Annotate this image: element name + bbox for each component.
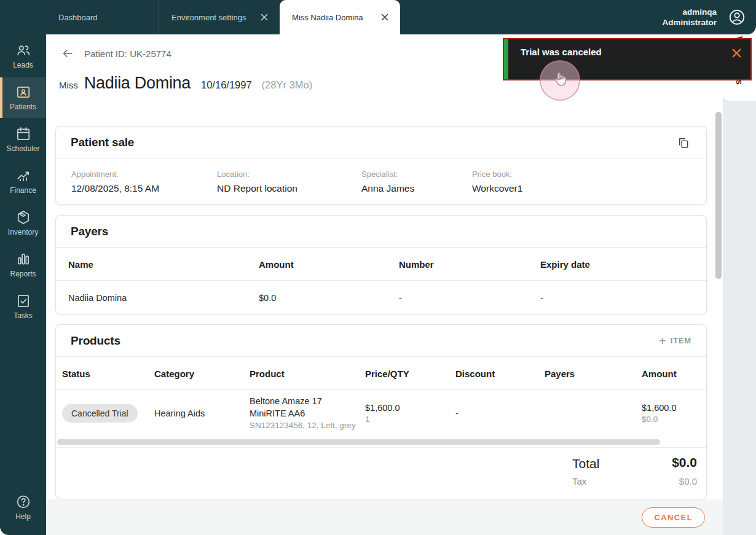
horizontal-scrollbar[interactable]	[57, 439, 660, 445]
product-price: $1,600.0	[365, 403, 400, 413]
add-item-button[interactable]: + ITEM	[659, 335, 691, 346]
column-header: Expiry date	[540, 259, 590, 269]
field-value: 12/08/2025, 8:15 AM	[71, 183, 159, 194]
plus-icon: +	[659, 335, 666, 346]
sidebar-item-tasks[interactable]: Tasks	[0, 286, 46, 327]
back-arrow-icon[interactable]	[60, 45, 76, 61]
tasks-icon	[15, 293, 31, 309]
tab-miss-nadiia-domina[interactable]: Miss Nadiia Domina	[280, 0, 400, 34]
help-icon	[15, 494, 31, 510]
sidebar-item-label: Inventory	[8, 228, 38, 236]
payer-expiry: -	[540, 293, 543, 303]
reports-icon	[15, 251, 31, 267]
product-amount: $1,600.0	[642, 403, 676, 413]
field-label: Appointment:	[71, 170, 159, 179]
sidebar-item-label: Leads	[13, 61, 33, 69]
product-discount: -	[455, 408, 459, 418]
column-header: Amount	[259, 259, 294, 269]
status-badge: Cancelled Trial	[62, 404, 138, 423]
patient-salutation: Miss	[59, 80, 78, 90]
patient-name-row: Miss Nadiia Domina 10/16/1997 (28Yr 3Mo)	[59, 74, 312, 93]
toast-notification: Trial was canceled	[503, 38, 752, 80]
product-category: Hearing Aids	[154, 408, 205, 418]
toast-close-icon[interactable]	[730, 46, 743, 60]
copy-icon[interactable]	[675, 135, 691, 150]
toast-message: Trial was canceled	[521, 47, 602, 57]
tax-label: Tax	[572, 476, 586, 486]
inventory-icon	[15, 209, 31, 225]
footer-bar: CANCEL	[46, 499, 723, 535]
tab-bar: Dashboard Environment settings Miss Nadi…	[46, 0, 400, 34]
column-header: Discount	[455, 368, 495, 378]
product-row[interactable]: Cancelled Trial Hearing Aids Beltone Ama…	[56, 390, 706, 437]
product-amount-cell: $1,600.0 $0.0	[642, 403, 676, 424]
products-card: Products + ITEM Status Category Product …	[55, 324, 707, 499]
sidebar-item-label: Scheduler	[6, 144, 39, 153]
user-info: adminqa Administrator	[662, 7, 717, 28]
column-header: Status	[62, 368, 90, 378]
patient-age: (28Yr 3Mo)	[262, 79, 313, 91]
column-header: Price/QTY	[365, 368, 409, 378]
tab-environment-settings[interactable]: Environment settings	[159, 0, 280, 34]
sidebar-item-label: Finance	[10, 186, 36, 195]
vertical-scrollbar[interactable]	[715, 112, 722, 279]
field-label: Specialist:	[361, 170, 414, 179]
patient-name: Nadiia Domina	[84, 74, 191, 93]
payer-number: -	[399, 293, 402, 303]
patients-icon	[15, 84, 31, 100]
field-label: Price book:	[472, 170, 522, 179]
sidebar-item-leads[interactable]: Leads	[0, 36, 46, 76]
field-label: Location:	[217, 170, 297, 179]
patient-dob: 10/16/1997	[201, 79, 252, 91]
tab-environment-settings-close-icon[interactable]	[258, 10, 271, 24]
main-content: Patient ID: UK-25774 Miss Nadiia Domina …	[46, 34, 723, 535]
tab-miss-nadiia-domina-close-icon[interactable]	[378, 10, 392, 24]
product-serial: SN123123456, 12, Left, grey	[250, 420, 356, 432]
totals-section: Total $0.0 Tax $0.0	[56, 448, 706, 497]
product-amount-sub: $0.0	[642, 415, 676, 424]
topbar: Dashboard Environment settings Miss Nadi…	[0, 0, 756, 34]
finance-icon	[15, 168, 31, 184]
column-header: Product	[250, 368, 285, 378]
sidebar-item-reports[interactable]: Reports	[0, 244, 46, 285]
field-location: Location: ND Report location	[217, 170, 297, 194]
sidebar-item-inventory[interactable]: Inventory	[0, 203, 46, 243]
toast-success-stripe	[504, 39, 508, 79]
products-header-row: Status Category Product Price/QTY Discou…	[56, 357, 706, 390]
column-header: Name	[68, 259, 93, 269]
payers-header-row: Name Amount Number Expiry date	[56, 248, 706, 281]
sidebar-item-patients[interactable]: Patients	[0, 77, 46, 118]
sidebar-item-label: Help	[15, 512, 31, 521]
field-value: ND Report location	[217, 183, 297, 194]
sidebar-item-label: Tasks	[14, 311, 33, 320]
user-avatar-icon[interactable]	[728, 8, 746, 26]
cancel-button[interactable]: CANCEL	[642, 507, 705, 528]
field-price-book: Price book: Workcover1	[472, 170, 522, 194]
column-header: Number	[399, 259, 434, 269]
product-price-qty: $1,600.0 1	[365, 403, 400, 424]
product-description: Beltone Amaze 17 MiniRITE AA6 SN12312345…	[250, 395, 356, 432]
field-appointment: Appointment: 12/08/2025, 8:15 AM	[71, 170, 159, 194]
column-header: Category	[154, 368, 194, 378]
field-value: Workcover1	[472, 183, 522, 194]
leads-icon	[15, 42, 31, 58]
table-row[interactable]: Nadiia Domina $0.0 - -	[56, 281, 706, 314]
sidebar-item-help[interactable]: Help	[0, 487, 46, 528]
sidebar-item-finance[interactable]: Finance	[0, 161, 46, 201]
horizontal-scrollbar-track	[56, 437, 706, 448]
user-name: adminqa	[662, 7, 717, 17]
scheduler-icon	[15, 126, 31, 142]
tax-value: $0.0	[679, 476, 697, 486]
product-qty: 1	[365, 415, 400, 424]
total-value: $0.0	[672, 455, 697, 470]
sidebar: Leads Patients Scheduler	[0, 34, 46, 535]
field-value: Anna James	[361, 183, 414, 194]
sidebar-item-scheduler[interactable]: Scheduler	[0, 119, 46, 160]
tab-dashboard[interactable]: Dashboard	[46, 0, 159, 34]
user-role: Administrator	[662, 17, 717, 28]
column-header: Amount	[642, 368, 677, 378]
product-name-line2: MiniRITE AA6	[250, 407, 356, 420]
products-title: Products	[71, 334, 120, 348]
patient-id: Patient ID: UK-25774	[84, 49, 171, 59]
add-item-label: ITEM	[671, 336, 691, 345]
